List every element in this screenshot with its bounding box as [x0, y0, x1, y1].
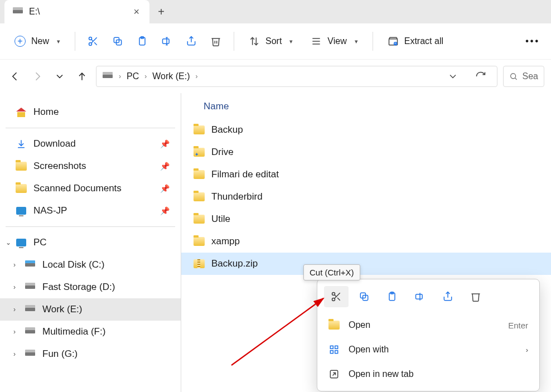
- file-name: Drive: [211, 147, 234, 158]
- file-name: xampp: [211, 236, 240, 247]
- svg-point-28: [332, 293, 335, 296]
- home-icon: [16, 107, 27, 118]
- sidebar-item-label: Work (E:): [42, 304, 82, 315]
- sidebar-pc[interactable]: ⌄ PC: [0, 231, 181, 254]
- chevron-right-icon[interactable]: ›: [13, 306, 16, 313]
- sidebar: Home Download 📌 Screenshots 📌 Scanned Do…: [0, 93, 181, 392]
- ctx-paste-button[interactable]: [380, 286, 404, 307]
- breadcrumb-sep: ›: [144, 72, 147, 80]
- sidebar-item-label: Screenshots: [33, 161, 86, 172]
- rename-button[interactable]: [156, 30, 178, 53]
- sidebar-drive-c[interactable]: › Local Disk (C:): [0, 254, 181, 276]
- extract-all-button[interactable]: Extract all: [380, 30, 451, 53]
- tab-active[interactable]: E:\ ×: [4, 0, 149, 23]
- back-button[interactable]: [9, 70, 21, 83]
- new-button[interactable]: + New ▾: [7, 30, 68, 53]
- forward-button[interactable]: [31, 70, 44, 83]
- toolbar: + New ▾ Sort ▾ View ▾ Extract all •••: [0, 23, 551, 60]
- chevron-down-icon: ▾: [355, 38, 358, 45]
- pin-icon: 📌: [160, 206, 181, 215]
- sidebar-item-label: Download: [33, 138, 76, 149]
- view-button[interactable]: View ▾: [303, 30, 365, 53]
- chevron-right-icon[interactable]: ›: [13, 350, 16, 358]
- ctx-delete-button[interactable]: [463, 286, 488, 307]
- file-row[interactable]: Thunderbird: [181, 186, 551, 208]
- sidebar-item-nas[interactable]: NAS-JP 📌: [0, 200, 181, 222]
- rename-icon: [161, 36, 172, 47]
- folder-icon: [194, 169, 205, 180]
- ctx-open-shortcut: Enter: [508, 321, 528, 330]
- ctx-open-with[interactable]: Open with ›: [322, 337, 535, 362]
- sidebar-drive-d[interactable]: › Fast Storage (D:): [0, 276, 181, 298]
- ctx-newtab-label: Open in new tab: [349, 369, 414, 379]
- sidebar-item-screenshots[interactable]: Screenshots 📌: [0, 155, 181, 177]
- sidebar-item-label: Multimedia (F:): [42, 326, 105, 337]
- breadcrumb-work[interactable]: Work (E:): [152, 71, 190, 81]
- sidebar-item-label: Fun (G:): [42, 349, 78, 360]
- drive-icon: [25, 326, 36, 337]
- sidebar-item-download[interactable]: Download 📌: [0, 133, 181, 155]
- recent-button[interactable]: [54, 70, 66, 83]
- ctx-open[interactable]: Open Enter: [322, 313, 535, 337]
- sidebar-drive-e[interactable]: › Work (E:): [0, 298, 181, 321]
- sidebar-item-scanned[interactable]: Scanned Documents 📌: [0, 177, 181, 200]
- tab-close-button[interactable]: ×: [131, 6, 142, 18]
- cut-button[interactable]: [82, 30, 104, 53]
- address-history-button[interactable]: [447, 70, 459, 83]
- arrow-right-icon: [32, 71, 43, 82]
- folder-icon: [194, 236, 205, 247]
- new-tab-button[interactable]: +: [149, 0, 173, 23]
- sidebar-home[interactable]: Home: [0, 101, 181, 123]
- sidebar-item-label: Local Disk (C:): [42, 259, 104, 270]
- delete-button[interactable]: [205, 30, 227, 53]
- extract-icon: [388, 36, 399, 47]
- folder-icon: ✦: [194, 147, 205, 158]
- more-button[interactable]: •••: [521, 30, 544, 53]
- file-row[interactable]: Backup: [181, 119, 551, 141]
- ctx-copy-button[interactable]: [352, 286, 376, 307]
- view-icon: [311, 36, 322, 47]
- svg-line-3: [94, 42, 97, 45]
- file-row[interactable]: ✦ Drive: [181, 141, 551, 163]
- ctx-rename-button[interactable]: [408, 286, 432, 307]
- sort-button[interactable]: Sort ▾: [241, 30, 301, 53]
- column-header-name[interactable]: Name: [181, 99, 551, 119]
- file-row[interactable]: Backup.zip: [181, 253, 551, 275]
- folder-icon: [194, 124, 205, 135]
- file-name: Filmari de editat: [211, 169, 279, 180]
- chevron-right-icon[interactable]: ›: [13, 261, 16, 269]
- scissors-icon: [331, 291, 342, 302]
- paste-button[interactable]: [131, 30, 153, 53]
- nav-buttons: [7, 70, 90, 83]
- extract-label: Extract all: [404, 36, 443, 46]
- share-button[interactable]: [180, 30, 202, 53]
- up-button[interactable]: [76, 70, 88, 83]
- sidebar-item-label: PC: [33, 237, 47, 248]
- ctx-share-button[interactable]: [436, 286, 460, 307]
- svg-rect-9: [163, 39, 170, 43]
- ctx-open-label: Open: [349, 320, 370, 330]
- file-row[interactable]: Filmari de editat: [181, 163, 551, 186]
- search-input[interactable]: Sea: [503, 66, 544, 87]
- address-bar[interactable]: › PC › Work (E:) ›: [96, 66, 497, 87]
- file-row[interactable]: xampp: [181, 230, 551, 253]
- chevron-down-icon: ▾: [289, 38, 293, 45]
- copy-button[interactable]: [107, 30, 129, 53]
- svg-rect-40: [330, 346, 333, 349]
- file-row[interactable]: Utile: [181, 208, 551, 230]
- chevron-down-icon[interactable]: ⌄: [6, 239, 11, 246]
- svg-point-1: [89, 43, 92, 46]
- refresh-button[interactable]: [475, 70, 487, 83]
- new-label: New: [31, 36, 49, 46]
- chevron-right-icon[interactable]: ›: [13, 328, 16, 336]
- sidebar-drive-g[interactable]: › Fun (G:): [0, 343, 181, 365]
- ctx-open-new-tab[interactable]: Open in new tab: [322, 362, 535, 386]
- file-name: Backup: [211, 124, 243, 135]
- breadcrumb-pc[interactable]: PC: [127, 71, 139, 81]
- chevron-right-icon[interactable]: ›: [13, 283, 16, 291]
- ctx-cut-button[interactable]: [324, 286, 349, 307]
- folder-icon: [328, 320, 340, 331]
- chevron-down-icon: ▾: [57, 38, 60, 45]
- sidebar-drive-f[interactable]: › Multimedia (F:): [0, 321, 181, 343]
- pc-icon: [16, 237, 27, 248]
